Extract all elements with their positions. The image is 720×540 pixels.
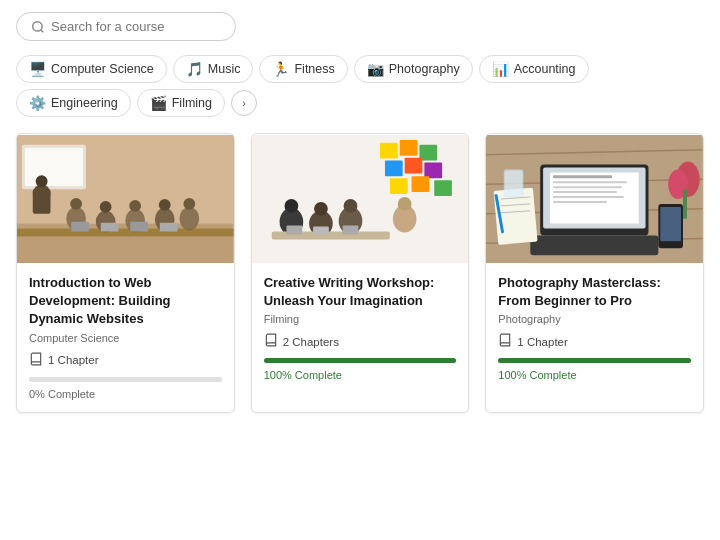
category-label-fitness: Fitness: [294, 62, 334, 76]
svg-rect-33: [390, 178, 408, 194]
progress-label-course-1: 0% Complete: [29, 388, 222, 400]
search-input[interactable]: [51, 19, 221, 34]
course-title-course-1: Introduction to Web Development: Buildin…: [29, 274, 222, 329]
svg-rect-21: [160, 223, 178, 232]
progress-bar-container-course-1: [29, 377, 222, 382]
svg-rect-46: [313, 227, 329, 235]
category-tag-photography[interactable]: 📷 Photography: [354, 55, 473, 83]
category-tag-fitness[interactable]: 🏃 Fitness: [259, 55, 347, 83]
course-card-course-1[interactable]: Introduction to Web Development: Buildin…: [16, 133, 235, 413]
svg-point-43: [397, 197, 411, 211]
svg-rect-59: [553, 186, 622, 188]
course-category-course-1: Computer Science: [29, 332, 222, 344]
svg-rect-18: [71, 222, 89, 232]
category-label-engineering: Engineering: [51, 96, 118, 110]
course-chapters-course-3: 1 Chapter: [498, 333, 691, 350]
chapters-label-course-2: 2 Chapters: [283, 336, 339, 348]
search-icon: [31, 20, 45, 34]
svg-rect-35: [434, 180, 452, 196]
book-icon-course-1: [29, 352, 43, 369]
course-chapters-course-1: 1 Chapter: [29, 352, 222, 369]
svg-rect-30: [385, 161, 403, 177]
chapters-label-course-3: 1 Chapter: [517, 336, 568, 348]
svg-rect-20: [130, 222, 148, 232]
more-icon: ›: [242, 97, 246, 109]
progress-bar-fill-course-2: [264, 358, 457, 363]
svg-rect-62: [553, 201, 607, 203]
svg-rect-32: [424, 163, 442, 179]
svg-line-1: [41, 29, 44, 32]
svg-point-8: [70, 198, 82, 210]
svg-point-41: [343, 199, 357, 213]
category-icon-filming: 🎬: [150, 95, 167, 111]
svg-rect-63: [531, 235, 659, 255]
svg-rect-45: [286, 226, 302, 235]
svg-rect-24: [33, 189, 51, 214]
category-tag-computer-science[interactable]: 🖥️ Computer Science: [16, 55, 167, 83]
svg-point-0: [33, 21, 42, 30]
svg-rect-61: [553, 196, 624, 198]
category-tag-engineering[interactable]: ⚙️ Engineering: [16, 89, 131, 117]
svg-rect-47: [342, 226, 358, 235]
search-bar: [16, 12, 236, 41]
svg-rect-70: [661, 207, 682, 241]
category-label-accounting: Accounting: [514, 62, 576, 76]
svg-point-37: [284, 199, 298, 213]
svg-point-14: [159, 199, 171, 211]
course-card-course-3[interactable]: Photography Masterclass: From Beginner t…: [485, 133, 704, 413]
book-icon-course-3: [498, 333, 512, 350]
svg-point-39: [314, 202, 328, 216]
course-thumbnail-course-2: [252, 134, 469, 264]
category-label-filming: Filming: [172, 96, 212, 110]
course-category-course-2: Filming: [264, 313, 457, 325]
progress-label-course-3: 100% Complete: [498, 369, 691, 381]
svg-rect-73: [683, 189, 687, 219]
category-icon-music: 🎵: [186, 61, 203, 77]
course-thumbnail-course-3: [486, 134, 703, 264]
category-icon-accounting: 📊: [492, 61, 509, 77]
course-body-course-3: Photography Masterclass: From Beginner t…: [486, 264, 703, 393]
svg-rect-75: [505, 170, 523, 196]
category-label-photography: Photography: [389, 62, 460, 76]
svg-rect-58: [553, 181, 627, 183]
category-icon-engineering: ⚙️: [29, 95, 46, 111]
svg-rect-19: [101, 223, 119, 232]
progress-label-course-2: 100% Complete: [264, 369, 457, 381]
more-categories-button[interactable]: ›: [231, 90, 257, 116]
category-icon-fitness: 🏃: [272, 61, 289, 77]
chapters-label-course-1: 1 Chapter: [48, 354, 99, 366]
category-label-computer-science: Computer Science: [51, 62, 154, 76]
category-icon-computer-science: 🖥️: [29, 61, 46, 77]
book-icon-course-2: [264, 333, 278, 350]
search-container: [16, 12, 704, 41]
svg-point-16: [183, 198, 195, 210]
progress-bar-fill-course-3: [498, 358, 691, 363]
course-thumbnail-course-1: [17, 134, 234, 264]
course-title-course-2: Creative Writing Workshop: Unleash Your …: [264, 274, 457, 310]
svg-point-23: [36, 175, 48, 187]
svg-rect-34: [411, 176, 429, 192]
category-tag-filming[interactable]: 🎬 Filming: [137, 89, 225, 117]
svg-rect-28: [399, 140, 417, 156]
svg-rect-6: [25, 148, 83, 186]
course-body-course-2: Creative Writing Workshop: Unleash Your …: [252, 264, 469, 393]
course-chapters-course-2: 2 Chapters: [264, 333, 457, 350]
category-tag-accounting[interactable]: 📊 Accounting: [479, 55, 589, 83]
svg-rect-60: [553, 191, 617, 193]
progress-bar-container-course-3: [498, 358, 691, 363]
category-icon-photography: 📷: [367, 61, 384, 77]
course-title-course-3: Photography Masterclass: From Beginner t…: [498, 274, 691, 310]
progress-bar-container-course-2: [264, 358, 457, 363]
svg-point-15: [179, 207, 199, 231]
course-card-course-2[interactable]: Creative Writing Workshop: Unleash Your …: [251, 133, 470, 413]
category-tag-music[interactable]: 🎵 Music: [173, 55, 254, 83]
svg-rect-17: [17, 229, 234, 237]
svg-rect-31: [404, 158, 422, 174]
svg-rect-57: [553, 175, 612, 178]
category-label-music: Music: [208, 62, 241, 76]
course-body-course-1: Introduction to Web Development: Buildin…: [17, 264, 234, 412]
categories-bar: 🖥️ Computer Science🎵 Music🏃 Fitness📷 Pho…: [16, 55, 704, 117]
course-grid: Introduction to Web Development: Buildin…: [16, 133, 704, 413]
svg-point-10: [100, 201, 112, 213]
course-category-course-3: Photography: [498, 313, 691, 325]
